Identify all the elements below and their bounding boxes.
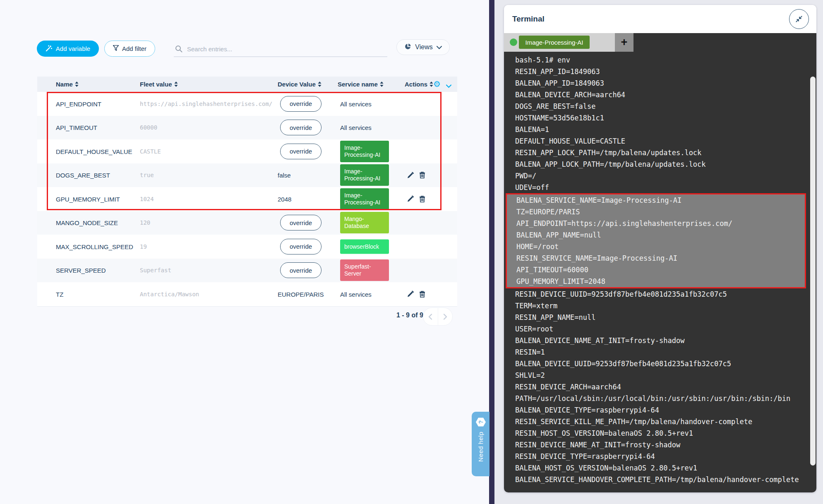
pencil-icon: [407, 291, 414, 298]
search-icon: [175, 45, 182, 53]
terminal-window: Terminal Image-Processing-AI + bash-5.1#…: [504, 5, 816, 492]
need-help-button[interactable]: ? Need help: [472, 412, 489, 476]
terminal-line: bash-5.1# env: [504, 54, 816, 66]
chevron-down-icon: [437, 43, 442, 51]
device-value: 2048: [278, 195, 291, 202]
panel-divider[interactable]: [489, 0, 494, 504]
fleet-value: 1024: [140, 196, 154, 202]
new-tab-button[interactable]: +: [615, 33, 633, 52]
search-field: [174, 41, 387, 57]
collapse-terminal-button[interactable]: [789, 9, 809, 29]
pencil-icon: [407, 172, 414, 178]
add-variable-label: Add variable: [56, 45, 90, 52]
edit-button[interactable]: [406, 194, 415, 203]
override-button[interactable]: override: [280, 215, 322, 230]
need-help-label: Need help: [477, 432, 484, 462]
terminal-lines-after: RESIN_DEVICE_UUID=9253df87befb4e081d235a…: [504, 288, 816, 485]
variable-name: MAX_SCROLLING_SPEED: [56, 243, 133, 250]
service-status-dot: [510, 38, 517, 46]
override-button[interactable]: override: [280, 144, 322, 159]
terminal-line: BALENA_APP_ID=1849063: [504, 77, 816, 89]
service-badge: Image-Processing-AI: [340, 188, 389, 210]
annotation-box-terminal: BALENA_SERVICE_NAME=Image-Processing-AIT…: [506, 193, 806, 288]
terminal-drawer: Terminal Image-Processing-AI + bash-5.1#…: [494, 0, 823, 504]
delete-button[interactable]: [418, 171, 426, 180]
row-actions: [406, 194, 426, 203]
fleet-value: 19: [140, 243, 147, 250]
next-page-button[interactable]: [438, 308, 453, 325]
add-filter-button[interactable]: Add filter: [104, 41, 155, 57]
terminal-line: RESIN=1: [504, 346, 816, 358]
variable-name: GPU_MEMORY_LIMIT: [56, 195, 120, 202]
delete-button[interactable]: [418, 290, 426, 298]
variable-name: API_TIMEOUT: [56, 124, 97, 131]
terminal-line: DEFAULT_HOUSE_VALUE=CASTLE: [504, 135, 816, 147]
override-button[interactable]: override: [280, 120, 322, 135]
svg-text:?: ?: [477, 420, 484, 424]
service-badge: Mango-Database: [340, 212, 389, 233]
gear-icon[interactable]: ⚙: [433, 79, 441, 89]
fleet-value: 120: [140, 219, 150, 226]
edit-button[interactable]: [406, 290, 415, 298]
pagination-label: 1 - 9 of 9: [396, 312, 423, 319]
magic-wand-icon: [46, 45, 53, 53]
override-button[interactable]: override: [280, 239, 322, 254]
device-value: EUROPE/PARIS: [278, 290, 324, 298]
service-badge: Image-Processing-AI: [340, 141, 389, 162]
sort-icon: [380, 82, 384, 87]
sort-icon: [429, 82, 433, 87]
terminal-line: RESIN_DEVICE_ARCH=aarch64: [504, 381, 816, 393]
edit-button[interactable]: [406, 171, 415, 180]
service-badge: Image-Processing-AI: [340, 164, 389, 186]
delete-button[interactable]: [418, 194, 426, 203]
service-name: All services: [340, 124, 372, 131]
row-actions: [406, 290, 426, 298]
terminal-line: PWD=/: [504, 170, 816, 182]
terminal-line: BALENA_APP_NAME=null: [507, 229, 805, 241]
service-name: All services: [340, 290, 372, 298]
trash-icon: [419, 172, 425, 179]
terminal-line: API_TIMEOUT=60000: [507, 264, 805, 276]
table-row: DEFAULT_HOUSE_VALUECASTLEoverrideImage-P…: [37, 139, 457, 163]
terminal-header: Terminal: [504, 5, 816, 33]
variable-name: SERVER_SPEED: [56, 267, 106, 274]
terminal-lines-before: bash-5.1# envRESIN_APP_ID=1849063BALENA_…: [504, 54, 816, 193]
override-button[interactable]: override: [280, 96, 322, 112]
override-button[interactable]: override: [280, 262, 322, 278]
table-row: API_TIMEOUT60000overrideAll services: [37, 116, 457, 140]
terminal-line: BALENA_DEVICE_ARCH=aarch64: [504, 89, 816, 101]
sort-icon: [318, 82, 322, 87]
prev-page-button[interactable]: [423, 308, 438, 325]
terminal-line: RESIN_SERVICE_KILL_ME_PATH=/tmp/balena/h…: [504, 416, 816, 427]
terminal-line: BALENA_DEVICE_TYPE=raspberrypi4-64: [504, 404, 816, 416]
column-header-device-value[interactable]: Device Value: [278, 77, 322, 92]
pagination-controls: [423, 307, 453, 326]
trash-icon: [419, 195, 425, 202]
terminal-scrollbar-thumb[interactable]: [810, 77, 816, 466]
chevron-down-icon[interactable]: [446, 82, 451, 90]
variable-name: DOGS_ARE_BEST: [56, 172, 110, 179]
trash-icon: [419, 290, 425, 298]
views-button[interactable]: Views: [396, 39, 450, 55]
terminal-line: RESIN_APP_ID=1849063: [504, 66, 816, 77]
column-header-actions[interactable]: Actions: [405, 77, 433, 92]
column-header-fleet-value[interactable]: Fleet value: [140, 77, 178, 92]
variable-name: MANGO_NODE_SIZE: [56, 219, 118, 226]
add-filter-label: Add filter: [122, 45, 146, 52]
table-row: MAX_SCROLLING_SPEED19overridebrowserBloc…: [37, 235, 457, 259]
terminal-line: BALENA_DEVICE_NAME_AT_INIT=frosty-shadow: [504, 335, 816, 346]
pencil-icon: [407, 196, 414, 202]
search-input[interactable]: [187, 42, 382, 55]
service-badge: browserBlock: [340, 239, 389, 254]
terminal-line: RESIN_APP_LOCK_PATH=/tmp/balena/updates.…: [504, 147, 816, 158]
terminal-line: BALENA_SERVICE_NAME=Image-Processing-AI: [507, 194, 805, 206]
add-variable-button[interactable]: Add variable: [37, 41, 99, 57]
sort-icon: [75, 82, 79, 87]
terminal-line: RESIN_DEVICE_TYPE=raspberrypi4-64: [504, 451, 816, 462]
terminal-line: BALENA_SERVICE_HANDOVER_COMPLETE_PATH=/t…: [504, 474, 816, 485]
column-header-name[interactable]: Name: [56, 77, 79, 92]
terminal-line: RESIN_SERVICE_NAME=Image-Processing-AI: [507, 252, 805, 264]
column-header-service-name[interactable]: Service name: [338, 77, 384, 92]
terminal-line: TZ=EUROPE/PARIS: [507, 206, 805, 218]
tab-image-processing-ai[interactable]: Image-Processing-AI: [519, 36, 590, 49]
